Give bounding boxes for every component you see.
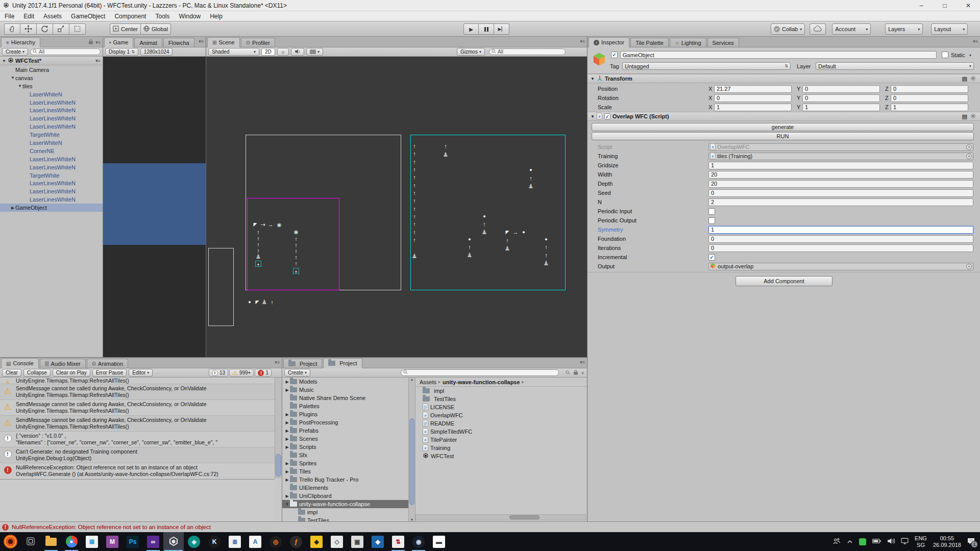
hierarchy-item-laserlineswhiten[interactable]: LaserLinesWhiteN (0, 155, 103, 163)
static-checkbox[interactable] (942, 52, 948, 58)
project-folder-uielements[interactable]: UIElements (282, 484, 408, 492)
reference-icon[interactable]: ▤ (962, 113, 967, 120)
project-folder-sprites[interactable]: ▶Sprites (282, 459, 408, 467)
taskbar-monitor-app[interactable]: ▣ (347, 532, 368, 551)
panel-menu-icon[interactable]: ▾≡ (973, 39, 978, 44)
hierarchy-item-laserwhiten[interactable]: LaserWhiteN (0, 90, 103, 98)
transform-position-y-field[interactable]: 0 (802, 85, 880, 93)
shading-dropdown[interactable]: Shaded▾ (208, 48, 259, 56)
language-indicator[interactable]: ENGSG (915, 535, 927, 548)
project-file-simpletiledwfc[interactable]: #SimpleTiledWFC (415, 428, 587, 436)
tray-expand-icon[interactable] (847, 539, 853, 545)
hierarchy-item-tiles[interactable]: ▼tiles (0, 82, 103, 90)
panel-menu-icon[interactable]: ▾≡ (275, 360, 280, 365)
lock-icon[interactable] (88, 39, 93, 45)
run-button[interactable]: RUN (592, 132, 974, 140)
taskbar-clapperboard-app[interactable]: ▬ (429, 532, 449, 551)
hierarchy-item-main-camera[interactable]: Main Camera (0, 66, 103, 74)
tab-services[interactable]: Services (707, 38, 739, 47)
taskbar-yellow-diamond-app[interactable]: ◆ (306, 532, 327, 551)
hierarchy-item-laserlineswhiten[interactable]: LaserLinesWhiteN (0, 187, 103, 195)
breadcrumb-assets[interactable]: Assets (420, 379, 436, 385)
project-folder-impl[interactable]: impl (282, 508, 408, 516)
cloud-button[interactable] (810, 23, 826, 35)
taskbar-blender[interactable]: ◎ (265, 532, 286, 551)
hierarchy-scene-row[interactable]: ▼ WFCTest* ▾≡ (0, 57, 103, 65)
tab-project-2[interactable]: Project (323, 358, 362, 368)
project-file-readme[interactable]: README (415, 419, 587, 428)
hierarchy-search-input[interactable]: All (30, 48, 101, 55)
layout-dropdown[interactable]: Layout▾ (931, 23, 968, 35)
expand-arrow-icon[interactable]: ▼ (17, 84, 22, 88)
project-folder-music[interactable]: ▶Music (282, 386, 408, 394)
output-object-field[interactable]: output-overlap (708, 263, 973, 270)
tab-lighting[interactable]: ☼Lighting (670, 38, 706, 47)
project-folder-testtiles[interactable]: TestTiles (282, 516, 408, 521)
overlapwfc-component-header[interactable]: ▼ # ✓ Overlap WFC (Script) ▤ (587, 112, 980, 121)
project-file-tilepainter[interactable]: #TilePainter (415, 436, 587, 444)
menu-assets[interactable]: Assets (39, 11, 66, 21)
object-picker-icon[interactable] (966, 144, 972, 150)
taskbar-elevator-app[interactable]: ⇅ (388, 532, 408, 551)
console-error-counter[interactable]: !1 (255, 369, 272, 377)
scale-tool-button[interactable] (53, 23, 69, 35)
scroll-down-icon[interactable]: ▼ (409, 518, 415, 521)
project-search-input[interactable] (401, 369, 559, 376)
transform-rotation-x-field[interactable]: 0 (714, 94, 792, 102)
expand-arrow-icon[interactable]: ▶ (284, 412, 290, 417)
expand-arrow-icon[interactable]: ▶ (10, 206, 15, 210)
tab-animation[interactable]: ⊙Animation (87, 359, 128, 368)
hand-tool-button[interactable] (4, 23, 20, 35)
menu-file[interactable]: File (0, 11, 19, 21)
taskbar-k-app[interactable]: K (204, 532, 225, 551)
hierarchy-item-gameobject[interactable]: ▶GameObject (0, 204, 103, 212)
scene-view[interactable]: ◤⇢→◉↑↑↑↑♟▲◉↑↑↑↑↑▲↑↑↑↑↑↑↑↑↑↑↑↑↑♟↑♟●↑♟●↑♟●… (206, 57, 587, 357)
generate-button[interactable]: generate (592, 123, 974, 131)
project-file-testtiles[interactable]: TestTiles (415, 395, 587, 403)
expand-arrow-icon[interactable]: ▶ (284, 494, 290, 498)
layer-dropdown[interactable]: Default▾ (816, 62, 974, 70)
expand-arrow-icon[interactable]: ▼ (10, 76, 15, 80)
reference-icon[interactable]: ▤ (962, 76, 967, 82)
expand-arrow-icon[interactable]: ▶ (284, 445, 290, 449)
taskbar-blue-cube-app[interactable]: ◆ (368, 532, 388, 551)
script-object-field[interactable]: #OverlapWFC (708, 143, 973, 151)
lock-icon[interactable] (573, 369, 578, 376)
game-view[interactable] (103, 57, 206, 357)
console-log-entry[interactable]: !NullReferenceException: Object referenc… (0, 463, 282, 479)
taskbar-word-document-app[interactable]: ≣ (225, 532, 245, 551)
expand-arrow-icon[interactable]: ▶ (284, 469, 290, 474)
volume-icon[interactable] (887, 538, 895, 545)
expand-arrow-icon[interactable]: ▶ (284, 380, 290, 384)
status-bar[interactable]: ! NullReferenceException: Object referen… (0, 521, 980, 532)
periodic-output-checkbox[interactable] (708, 217, 715, 224)
foundation-input[interactable]: 0 (708, 235, 973, 243)
tab-flowcha[interactable]: Flowcha (163, 38, 194, 47)
project-folder-trello-bug-tracker-pro[interactable]: ▶Trello Bug Tracker - Pro (282, 475, 408, 484)
minimize-button[interactable]: – (910, 0, 933, 11)
battery-icon[interactable] (872, 538, 881, 545)
incremental-checkbox[interactable]: ✓ (708, 254, 715, 261)
create-button[interactable]: Create▾ (2, 48, 28, 56)
expand-arrow-icon[interactable]: ▶ (284, 429, 290, 433)
transform-rotation-y-field[interactable]: 0 (802, 94, 880, 102)
console-clear-on-play-button[interactable]: Clear on Play (53, 369, 90, 377)
project-folder-unity-wave-function-collapse[interactable]: ▼unity-wave-function-collapse (282, 500, 408, 508)
gameobject-cube-icon[interactable] (592, 52, 607, 68)
object-picker-icon[interactable] (966, 264, 972, 269)
hierarchy-item-laserlineswhiten[interactable]: LaserLinesWhiteN (0, 179, 103, 187)
taskbar-translator-app[interactable]: A (245, 532, 265, 551)
create-button[interactable]: Create▾ (284, 369, 310, 377)
account-dropdown[interactable]: Account▾ (832, 23, 871, 35)
tab-console[interactable]: ▤Console (1, 358, 39, 368)
panel-menu-icon[interactable]: ≡ (581, 370, 584, 375)
taskbar-visual-studio[interactable]: ∞ (143, 532, 163, 551)
hierarchy-item-canvas[interactable]: ▼canvas (0, 74, 103, 82)
gear-icon[interactable] (970, 76, 976, 82)
n-input[interactable]: 2 (708, 198, 973, 206)
project-file-training[interactable]: #Training (415, 444, 587, 452)
console-info-counter[interactable]: !13 (209, 369, 228, 377)
expand-arrow-icon[interactable]: ▼ (2, 59, 6, 63)
search-type-icon[interactable] (566, 370, 570, 376)
transform-scale-z-field[interactable]: 1 (891, 104, 968, 111)
